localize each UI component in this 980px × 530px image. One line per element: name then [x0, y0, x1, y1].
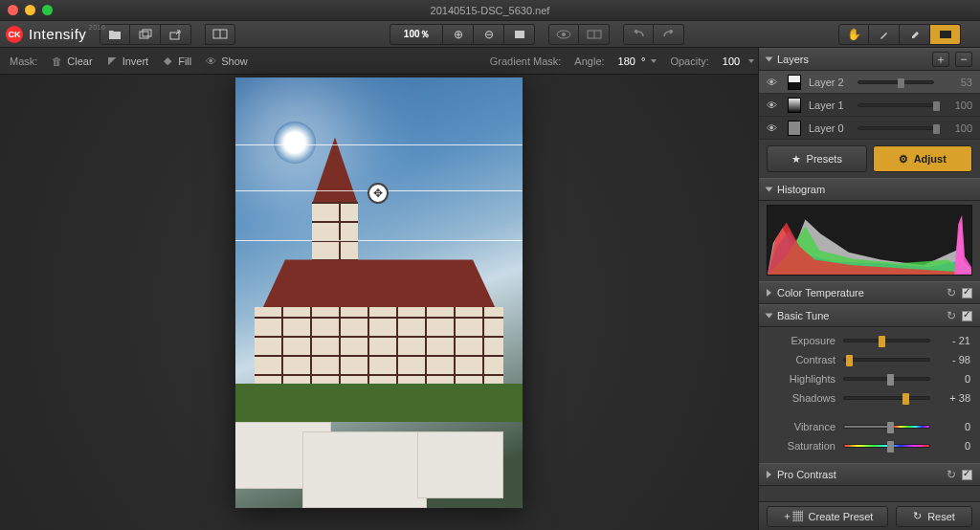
gradient-guide-line[interactable]	[235, 144, 523, 145]
minimize-window-button[interactable]	[25, 5, 35, 15]
zoom-out-button[interactable]: ⊖	[474, 24, 504, 45]
layer-mask-thumb[interactable]	[788, 121, 801, 136]
contrast-slider[interactable]	[843, 358, 930, 362]
saturation-slider[interactable]	[843, 444, 930, 448]
slider-value: - 98	[938, 354, 970, 365]
compare-button[interactable]	[205, 24, 235, 45]
gradient-mask-label: Gradient Mask:	[490, 55, 562, 67]
brush-tool-button[interactable]	[869, 24, 900, 45]
redo-button[interactable]	[654, 24, 684, 45]
layer-name: Layer 0	[809, 122, 844, 134]
layer-row[interactable]: 👁Layer 1100	[759, 94, 980, 117]
create-preset-button[interactable]: ＋▦Create Preset	[767, 506, 888, 527]
layer-opacity-slider[interactable]	[858, 103, 934, 107]
pro-contrast-section-header[interactable]: Pro Contrast ↻	[759, 463, 980, 486]
batch-button[interactable]	[130, 24, 161, 45]
layer-opacity-slider[interactable]	[858, 126, 934, 130]
add-layer-button[interactable]: ＋	[932, 52, 949, 67]
layers-section-header[interactable]: Layers ＋ −	[759, 48, 980, 71]
before-after-button[interactable]	[579, 24, 610, 45]
mask-fill-button[interactable]: ◆Fill	[162, 55, 191, 67]
zoom-level-button[interactable]: 100％	[390, 24, 443, 45]
slider-value: 0	[938, 440, 970, 452]
disclosure-triangle-icon	[767, 289, 771, 297]
highlights-slider[interactable]	[843, 377, 930, 381]
eraser-tool-button[interactable]	[900, 24, 930, 45]
exposure-slider[interactable]	[843, 339, 930, 342]
layer-visibility-toggle[interactable]: 👁	[767, 77, 780, 88]
basic-tune-section-header[interactable]: Basic Tune ↻	[759, 304, 980, 327]
zoom-window-button[interactable]	[42, 5, 53, 15]
section-enable-checkbox[interactable]	[962, 470, 972, 480]
zoom-in-button[interactable]: ⊕	[443, 24, 474, 45]
opacity-field[interactable]: 100	[723, 55, 754, 67]
vibrance-slider-row: Vibrance 0	[768, 417, 970, 436]
opacity-label: Opacity:	[670, 55, 708, 67]
highlights-slider-row: Highlights 0	[768, 369, 970, 388]
exposure-slider-row: Exposure - 21	[768, 331, 970, 350]
layer-visibility-toggle[interactable]: 👁	[767, 122, 780, 134]
presets-tab[interactable]: ★Presets	[767, 145, 867, 172]
color-temperature-section-header[interactable]: Color Temperature ↻	[759, 281, 980, 304]
layer-mask-thumb[interactable]	[788, 75, 801, 90]
undo-button[interactable]	[623, 24, 654, 45]
svg-point-7	[562, 33, 566, 36]
window-titlebar: 20140515-DSC_5630.nef	[0, 0, 980, 21]
angle-field[interactable]: 180 °	[618, 55, 657, 67]
disclosure-triangle-icon	[767, 471, 771, 478]
panel-tabs: ★Presets ⚙Adjust	[767, 145, 972, 172]
reset-section-icon[interactable]: ↻	[947, 468, 956, 481]
close-window-button[interactable]	[8, 5, 18, 15]
mask-invert-button[interactable]: ◤Invert	[106, 55, 149, 67]
canvas-area[interactable]: ✥	[0, 75, 758, 530]
slider-label: Highlights	[768, 373, 835, 385]
layer-opacity-slider[interactable]	[858, 80, 934, 84]
layer-row[interactable]: 👁Layer 253	[759, 71, 980, 94]
section-enable-checkbox[interactable]	[962, 288, 972, 298]
gradient-tool-button[interactable]	[930, 24, 961, 45]
layer-row[interactable]: 👁Layer 0100	[759, 117, 980, 140]
sliders-icon: ⚙	[899, 153, 908, 166]
star-icon: ★	[791, 153, 801, 166]
slider-label: Saturation	[768, 440, 835, 452]
vibrance-slider[interactable]	[843, 425, 930, 429]
adjust-tab[interactable]: ⚙Adjust	[873, 145, 973, 172]
slider-label: Vibrance	[768, 421, 835, 432]
layer-mask-thumb[interactable]	[788, 98, 801, 113]
layer-visibility-toggle[interactable]: 👁	[767, 99, 780, 111]
disclosure-triangle-icon	[766, 57, 773, 62]
mask-show-button[interactable]: 👁Show	[205, 55, 248, 67]
invert-icon: ◤	[106, 55, 118, 67]
export-button[interactable]	[161, 24, 191, 45]
reset-section-icon[interactable]: ↻	[947, 309, 956, 322]
preview-button[interactable]	[548, 24, 579, 45]
angle-label: Angle:	[574, 55, 604, 67]
slider-value: 0	[938, 421, 970, 432]
gradient-move-handle[interactable]: ✥	[368, 183, 389, 204]
image-content	[235, 221, 523, 393]
saturation-slider-row: Saturation 0	[768, 436, 970, 455]
mask-clear-button[interactable]: 🗑Clear	[51, 55, 92, 67]
reset-section-icon[interactable]: ↻	[947, 286, 956, 299]
image-content	[274, 121, 316, 164]
shadows-slider[interactable]	[843, 396, 930, 400]
main-toolbar: CK Intensify2016 100％ ⊕ ⊖ ✋	[0, 21, 980, 48]
layer-name: Layer 1	[809, 99, 844, 111]
caret-down-icon	[651, 59, 657, 63]
document-filename: 20140515-DSC_5630.nef	[0, 5, 980, 16]
color-temperature-label: Color Temperature	[777, 287, 864, 298]
pro-contrast-label: Pro Contrast	[777, 469, 836, 480]
remove-layer-button[interactable]: −	[955, 52, 972, 67]
slider-label: Exposure	[768, 335, 835, 346]
pan-tool-button[interactable]: ✋	[838, 24, 869, 45]
image-canvas[interactable]: ✥	[235, 77, 523, 508]
slider-value: + 38	[938, 392, 970, 404]
fit-screen-button[interactable]	[504, 24, 535, 45]
histogram-display	[767, 205, 972, 276]
layers-label: Layers	[777, 54, 809, 65]
gradient-guide-line[interactable]	[235, 240, 523, 241]
reset-all-button[interactable]: ↻Reset	[896, 506, 972, 527]
section-enable-checkbox[interactable]	[962, 311, 972, 321]
layer-opacity-value: 53	[947, 77, 972, 88]
histogram-section-header[interactable]: Histogram	[759, 178, 980, 201]
